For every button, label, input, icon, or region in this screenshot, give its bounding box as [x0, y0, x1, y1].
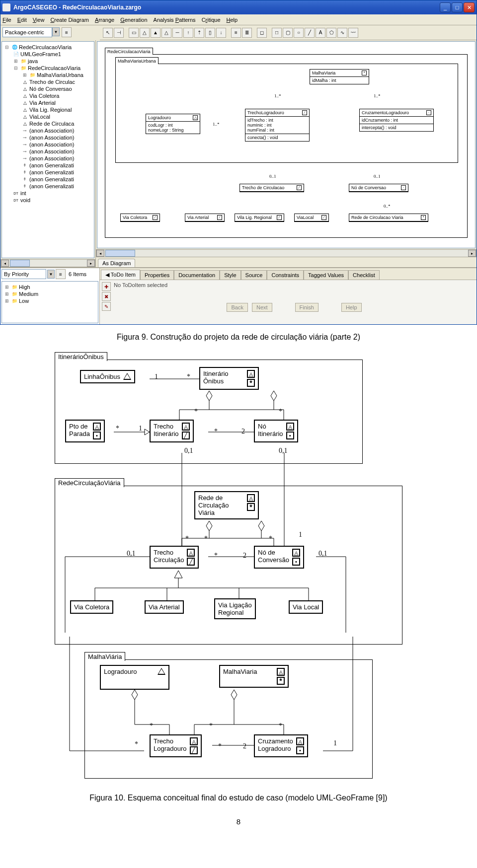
snooze-button[interactable]: ✎ [102, 302, 111, 311]
flat-button[interactable]: ≡ [56, 269, 66, 279]
tree-item[interactable]: ViaLocal [29, 114, 50, 120]
menu-create[interactable]: Create Diagram [50, 17, 89, 23]
tree-toggle-icon[interactable]: ⊸ [22, 155, 28, 161]
tab-checklist[interactable]: Checklist [348, 270, 380, 280]
tab-tagged[interactable]: Tagged Values [304, 270, 348, 280]
tool-ink[interactable]: 〰 [348, 28, 358, 38]
tool-text[interactable]: A [316, 28, 325, 38]
priority-arrow[interactable]: ▼ [47, 270, 55, 279]
class-vialocal[interactable]: ViaLocal∕ [294, 214, 329, 222]
tree-item[interactable]: (anon Association) [29, 135, 75, 141]
tool-poly[interactable]: ⬠ [326, 28, 336, 38]
tree-item[interactable]: Rede de Circulaca [29, 121, 75, 127]
class-cruzamento[interactable]: CruzamentoLogradouro· idCruzamento : int… [359, 109, 434, 132]
titlebar[interactable]: ArgoCASEGEO - RedeCirculacaoViaria.zargo… [0, 0, 477, 14]
class-malhaviaria[interactable]: MalhaViaria* idMalha : int [310, 69, 369, 84]
tree-item[interactable]: (anon Generalizati [29, 183, 74, 189]
menu-generation[interactable]: Generation [120, 17, 147, 23]
priority-list[interactable]: ⊞📁High ⊞📁Medium ⊞📁Low [1, 281, 98, 323]
minimize-button[interactable]: _ [440, 2, 451, 12]
scroll-right-icon[interactable]: ▸ [468, 250, 476, 257]
back-button[interactable]: Back [227, 303, 247, 312]
tool-shape-circle[interactable]: ○ [294, 28, 304, 38]
resolve-button[interactable]: ✖ [102, 292, 111, 301]
new-todo-button[interactable]: ✚ [102, 282, 111, 291]
tool-triangle1[interactable]: △ [140, 28, 150, 38]
list-item[interactable]: High [19, 284, 30, 290]
tree-item[interactable]: Via Arterial [29, 100, 56, 106]
tree-item[interactable]: RedeCirculacaoViaria [28, 65, 80, 71]
class-noconv[interactable]: Nó de Conversao· [349, 184, 408, 192]
menu-patterns[interactable]: Analysis Patterns [154, 17, 196, 23]
tree-item[interactable]: UMLGeoFrame1 [20, 51, 61, 57]
tab-properties[interactable]: Properties [140, 270, 174, 280]
list-item[interactable]: Low [19, 298, 29, 304]
class-redecirc[interactable]: Rede de Circulacao Viaria* [349, 214, 428, 222]
finish-button[interactable]: Finish [295, 303, 318, 312]
tool-arrow-down[interactable]: ↓ [216, 28, 226, 38]
tab-source[interactable]: Source [241, 270, 267, 280]
tool-rect2[interactable]: ▯ [205, 28, 215, 38]
tool-rect[interactable]: ▭ [129, 28, 139, 38]
class-logradouro[interactable]: Logradouro△ codLogr : intnomeLogr : Stri… [146, 114, 200, 134]
tree-item[interactable]: Nó de Conversao [29, 86, 72, 92]
tree-item[interactable]: (anon Generalizati [29, 176, 74, 182]
perspective-config-button[interactable]: ≡ [62, 27, 72, 37]
menu-arrange[interactable]: Arrange [95, 17, 114, 23]
diagram-hscroll[interactable]: ◂ ▸ [96, 249, 477, 257]
tree-item[interactable]: Vila Lig. Regional [29, 107, 72, 113]
perspective-arrow[interactable]: ▼ [52, 27, 60, 36]
tree-item[interactable]: void [20, 197, 30, 203]
tool-curve[interactable]: ∿ [337, 28, 347, 38]
diagram-canvas[interactable]: RedeCirculacaoViaria MalhaViariaUrbana M… [97, 41, 476, 248]
menu-critique[interactable]: Critique [202, 17, 221, 23]
menu-view[interactable]: View [33, 17, 45, 23]
class-trecholog[interactable]: TrechoLogradouro∕ idTrecho : intnumInic … [245, 109, 310, 142]
tool-lines1[interactable]: ≡ [231, 28, 241, 38]
tool-triangle2[interactable]: ▲ [151, 28, 160, 38]
tree-toggle-icon[interactable]: ⊸ [22, 142, 28, 147]
menu-file[interactable]: File [2, 17, 11, 23]
tool-shape-roundrect[interactable]: ▢ [283, 28, 293, 38]
close-button[interactable]: ✕ [464, 2, 475, 12]
tree-toggle-icon[interactable]: ⊸ [22, 135, 28, 141]
maximize-button[interactable]: □ [452, 2, 463, 12]
tree-toggle-icon[interactable]: ⊞ [22, 72, 28, 78]
list-item[interactable]: Medium [19, 291, 38, 297]
menu-help[interactable]: Help [227, 17, 238, 23]
priority-select[interactable]: By Priority [1, 269, 46, 279]
menu-edit[interactable]: Edit [17, 17, 27, 23]
tree-root[interactable]: RedeCirculacaoViaria [19, 44, 72, 50]
tab-constraints[interactable]: Constraints [267, 270, 304, 280]
tree-item[interactable]: (anon Association) [29, 142, 75, 147]
tree-toggle-icon[interactable]: ⊸ [22, 148, 28, 154]
tree-toggle-icon[interactable]: ↟ [22, 176, 28, 182]
tree-item[interactable]: int [20, 190, 26, 196]
tool-note[interactable]: ◻ [257, 28, 267, 38]
next-button[interactable]: Next [252, 303, 272, 312]
tree-toggle-icon[interactable]: ⊸ [22, 128, 28, 134]
tree-toggle-icon[interactable]: ↟ [22, 162, 28, 168]
tree-toggle-icon[interactable]: ↟ [22, 183, 28, 189]
tree-item[interactable]: (anon Association) [29, 148, 75, 154]
tool-lines2[interactable]: ≣ [242, 28, 252, 38]
tree-toggle-icon[interactable]: ⊟ [4, 44, 10, 50]
model-tree[interactable]: ⊟🌐RedeCirculacaoViaria 📄UMLGeoFrame1 ⊞📁j… [1, 41, 94, 258]
tree-item[interactable]: (anon Generalizati [29, 169, 74, 175]
tree-item[interactable]: (anon Association) [29, 155, 75, 161]
tool-select[interactable]: ↖ [103, 28, 113, 38]
tool-arrow-up[interactable]: ↑ [183, 28, 193, 38]
tree-toggle-icon[interactable]: ⊟ [13, 65, 19, 71]
tab-documentation[interactable]: Documentation [174, 270, 220, 280]
class-viaarterial[interactable]: Via Arterial∕ [185, 214, 225, 222]
tree-item[interactable]: MalhaViariaUrbana [37, 72, 83, 78]
tool-shape-rect[interactable]: □ [272, 28, 282, 38]
class-viacoletora[interactable]: Via Coletora∕ [120, 214, 160, 222]
tool-triangle3[interactable]: △ [161, 28, 171, 38]
tree-toggle-icon[interactable]: ⊞ [13, 58, 19, 64]
tab-todo[interactable]: ◀ ToDo Item [101, 270, 140, 280]
tree-toggle-icon[interactable]: ↟ [22, 169, 28, 175]
tree-item[interactable]: Via Coletora [29, 93, 59, 99]
perspective-select[interactable]: Package-centric [2, 27, 52, 37]
package-tab[interactable]: MalhaViariaUrbana [115, 57, 159, 64]
